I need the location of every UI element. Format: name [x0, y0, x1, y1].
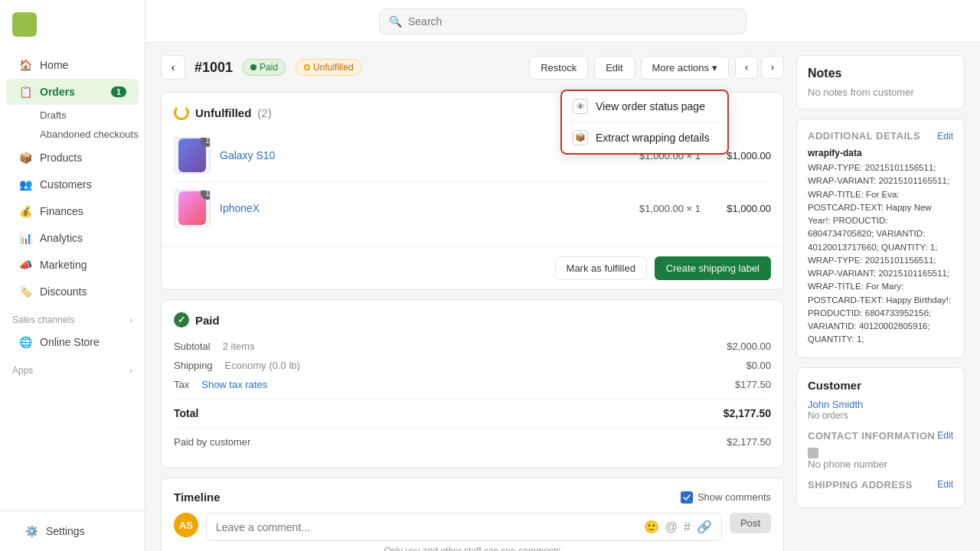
sidebar-navigation: 🏠 Home 📋 Orders 1 Drafts Abandoned check…	[0, 45, 145, 510]
sidebar-item-customers[interactable]: 👥 Customers	[6, 171, 139, 197]
sidebar-item-finances[interactable]: 💰 Finances	[6, 198, 139, 224]
nav-arrows: ‹ ›	[735, 56, 784, 79]
post-comment-button[interactable]: Post	[730, 513, 771, 533]
more-actions-button[interactable]: More actions ▾	[641, 56, 729, 80]
emoji-icon[interactable]: 🙂	[644, 520, 659, 534]
sidebar-item-label: Online Store	[40, 336, 100, 348]
sidebar-item-label: Analytics	[40, 232, 83, 244]
shipping-address-title: SHIPPING ADDRESS Edit	[808, 479, 953, 491]
checkbox-check-icon	[683, 494, 691, 501]
header-actions: Restock Edit More actions ▾ 👁	[529, 56, 784, 80]
show-comments-checkbox[interactable]	[681, 491, 693, 504]
tax-row: Tax Show tax rates $177.50	[174, 375, 771, 394]
iphone-price: $1,000.00 × 1	[609, 203, 701, 214]
customer-orders-text: No orders	[808, 410, 953, 421]
customer-section-title: Customer	[808, 379, 953, 392]
sidebar-item-label: Marketing	[40, 259, 87, 271]
customer-card: Customer John Smidth No orders CONTACT I…	[796, 367, 965, 508]
sidebar-item-online-store[interactable]: 🌐 Online Store	[6, 329, 139, 355]
marketing-icon: 📣	[18, 258, 32, 272]
shipping-row: Shipping Economy (0.0 lb) $0.00	[174, 356, 771, 375]
discounts-icon: 🏷️	[18, 285, 32, 298]
additional-details-title: ADDITIONAL DETAILS Edit	[808, 130, 953, 142]
main-content: 🔍 ‹ #1001 Paid Unfulf	[145, 0, 980, 551]
page-side: Notes No notes from customer ADDITIONAL …	[796, 55, 965, 551]
search-inner[interactable]: 🔍	[379, 8, 746, 34]
shipping-edit-link[interactable]: Edit	[937, 479, 953, 490]
mark-fulfilled-button[interactable]: Mark as fulfilled	[555, 256, 647, 280]
galaxy-product-link[interactable]: Galaxy S10	[220, 149, 599, 161]
page-header: ‹ #1001 Paid Unfulfilled Restock Edit	[161, 55, 784, 80]
search-icon: 🔍	[389, 15, 402, 28]
comment-hint: Only you and other staff can see comment…	[174, 541, 771, 551]
sidebar: 🏠 Home 📋 Orders 1 Drafts Abandoned check…	[0, 0, 145, 551]
iphone-product-link[interactable]: IphoneX	[220, 202, 599, 214]
apps-section: Apps ›	[0, 356, 145, 379]
timeline-header: Timeline Show comments	[174, 491, 771, 504]
search-bar: 🔍	[379, 8, 746, 34]
sidebar-item-label: Orders	[40, 86, 75, 98]
customer-name-link[interactable]: John Smidth	[808, 399, 863, 410]
sidebar-item-orders[interactable]: 📋 Orders 1	[6, 79, 139, 105]
sidebar-sub-item-abandoned[interactable]: Abandoned checkouts	[34, 125, 145, 144]
sidebar-item-home[interactable]: 🏠 Home	[6, 52, 139, 78]
create-shipping-label-button[interactable]: Create shipping label	[655, 256, 771, 280]
eye-icon: 👁	[573, 99, 588, 114]
sidebar-item-label: Discounts	[40, 285, 87, 298]
link-icon[interactable]: 🔗	[697, 520, 712, 534]
dropdown-item-extract-wrapping[interactable]: 📦 Extract wrapping details	[562, 122, 727, 153]
wrapify-label: wrapify-data	[808, 148, 953, 158]
sidebar-item-settings[interactable]: ⚙️ Settings	[12, 518, 132, 544]
mention-icon[interactable]: @	[665, 520, 678, 534]
sidebar-item-marketing[interactable]: 📣 Marketing	[6, 252, 139, 278]
additional-details-text: WRAP-TYPE: 20215101156511; WRAP-VARIANT:…	[808, 161, 953, 347]
sidebar-item-analytics[interactable]: 📊 Analytics	[6, 225, 139, 251]
comment-box[interactable]: 🙂 @ # 🔗	[206, 513, 722, 541]
back-button[interactable]: ‹	[161, 55, 185, 80]
payment-card-body: ✓ Paid Subtotal 2 items $2,000.00 Shippi…	[162, 300, 783, 468]
no-phone-text: No phone number	[808, 458, 953, 470]
next-order-button[interactable]: ›	[761, 56, 784, 79]
sales-channels-section: Sales channels ›	[0, 305, 145, 328]
timeline-card: Timeline Show comments	[161, 478, 784, 551]
subtotal-row: Subtotal 2 items $2,000.00	[174, 337, 771, 356]
additional-details-edit-link[interactable]: Edit	[937, 131, 953, 142]
payment-title: ✓ Paid	[174, 312, 771, 328]
sidebar-item-products[interactable]: 📦 Products	[6, 145, 139, 171]
unfulfilled-card-actions: Mark as fulfilled Create shipping label	[162, 246, 783, 289]
sidebar-item-discounts[interactable]: 🏷️ Discounts	[6, 279, 139, 305]
user-avatar: AS	[174, 513, 198, 537]
spinner-icon	[174, 105, 189, 120]
show-comments-toggle[interactable]: Show comments	[681, 491, 771, 504]
prev-order-button[interactable]: ‹	[735, 56, 758, 79]
notes-text: No notes from customer	[808, 86, 953, 98]
page-title: #1001	[194, 60, 233, 76]
hashtag-icon[interactable]: #	[684, 520, 691, 534]
timeline-title: Timeline	[174, 491, 220, 504]
comment-input[interactable]	[216, 521, 644, 533]
orders-subnav: Drafts Abandoned checkouts	[0, 106, 145, 144]
contact-edit-link[interactable]: Edit	[937, 430, 953, 441]
dropdown-item-view-order[interactable]: 👁 View order status page	[562, 91, 727, 122]
payment-card: ✓ Paid Subtotal 2 items $2,000.00 Shippi…	[161, 299, 784, 468]
topbar: 🔍	[145, 0, 980, 43]
paid-by-customer-row: Paid by customer $2,177.50	[174, 428, 771, 455]
restock-button[interactable]: Restock	[529, 56, 588, 80]
unfulfilled-dot	[304, 64, 310, 70]
edit-button[interactable]: Edit	[594, 56, 634, 80]
settings-icon: ⚙️	[24, 524, 38, 538]
timeline-card-body: Timeline Show comments	[162, 478, 783, 551]
sidebar-sub-item-drafts[interactable]: Drafts	[34, 106, 145, 125]
check-icon: ✓	[174, 312, 189, 328]
iphone-product-image: 1	[174, 190, 211, 227]
sidebar-item-label: Settings	[46, 525, 85, 537]
galaxy-product-image: 1	[174, 137, 211, 174]
more-actions-dropdown: 👁 View order status page 📦 Extract wrapp…	[560, 90, 729, 155]
show-tax-rates-link[interactable]: Show tax rates	[201, 379, 267, 390]
additional-details-card: ADDITIONAL DETAILS Edit wrapify-data WRA…	[796, 119, 965, 358]
search-input[interactable]	[408, 15, 737, 28]
contact-info-title: CONTACT INFORMATION Edit	[808, 430, 953, 442]
chevron-right-icon-apps: ›	[129, 366, 132, 375]
iphone-total: $1,000.00	[710, 203, 771, 214]
online-store-icon: 🌐	[18, 335, 32, 349]
